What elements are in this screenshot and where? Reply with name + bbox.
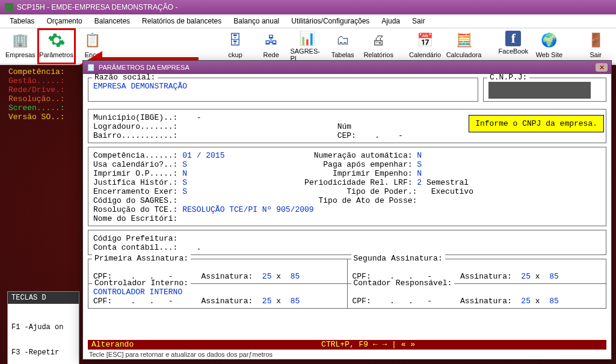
fieldset-controlador: Controlador Interno: CONTROLADOR INTERNO…: [88, 283, 348, 309]
menu-balanco-anual[interactable]: Balanço anual: [227, 16, 285, 26]
tb-empresas[interactable]: 🏢 Empresas: [2, 29, 38, 63]
status-line: Gestão.....:: [8, 76, 84, 85]
calendar-icon: 📅: [416, 31, 435, 50]
row-encerramento[interactable]: Encerramento Exer: S Tipo de Poder.: Exe…: [93, 187, 601, 196]
fieldset-prefeitura: Código Prefeitura: Conta contábil...: .: [88, 230, 606, 255]
tb-facebook[interactable]: f FaceBook: [496, 29, 532, 63]
tb-calendario[interactable]: 📅 Calendário: [407, 29, 443, 63]
status-mode: Alterando: [91, 340, 134, 350]
menu-orcamento[interactable]: Orçamento: [40, 16, 88, 26]
status-line: Screen.....:: [8, 103, 84, 113]
archive-icon: 🗄: [226, 31, 245, 50]
buildings-icon: 🏢: [11, 31, 30, 50]
menu-tabelas[interactable]: Tabelas: [4, 16, 40, 26]
hotkeys-header: TECLAS D: [8, 292, 79, 304]
fieldset-cnpj: C.N.P.J:: [483, 78, 606, 102]
legend-sig4: Contador Responsável:: [351, 279, 455, 288]
hotkeys-panel: TECLAS D F1 -Ajuda on F3 -Repetir F4 -Co…: [7, 291, 79, 364]
dialog-title-icon: 🧾: [87, 64, 95, 72]
row-imprimir-op[interactable]: Imprimir O.P.....: N Imprimir Empenho: N: [93, 169, 601, 178]
tb-sagres[interactable]: 📊 SAGRES-PI: [289, 29, 325, 63]
tb-rede[interactable]: 🖧 Rede: [253, 29, 289, 63]
menu-utilitarios[interactable]: Utilitários/Configurações: [285, 16, 375, 26]
tb-website[interactable]: 🌍 Web Site: [531, 29, 567, 63]
legend-razao: Razão social:: [92, 74, 158, 82]
globe-icon: 🌍: [540, 31, 559, 50]
tb-sair[interactable]: 🚪 Sair: [578, 29, 614, 63]
row-justifica[interactable]: Justifica Histór.: S Periodicidade Rel. …: [93, 178, 601, 187]
legend-sig1: Primeira Assinatura:: [92, 254, 191, 263]
hotkey-line: F3 -Repetir: [11, 348, 75, 357]
status-panel: Competência: Gestão.....: Rede/Drive.: R…: [7, 65, 85, 124]
app-icon: [5, 3, 13, 11]
status-line: Competência:: [8, 67, 84, 76]
menu-ajuda[interactable]: Ajuda: [375, 16, 406, 26]
facebook-icon: f: [505, 31, 521, 46]
row-resolucao[interactable]: Rosolução do TCE.: RESOLUÇÃO TCE/PI Nº 9…: [93, 205, 601, 214]
legend-sig2: Segunda Assinatura:: [351, 254, 445, 263]
tb-relatorios[interactable]: 🖨 Relatórios: [360, 29, 396, 63]
dialog-parametros: 🧾 PARÂMETROS DA EMPRESA ✕ Razão social: …: [82, 60, 612, 360]
exit-icon: 🚪: [586, 31, 605, 50]
menu-sair[interactable]: Sair: [406, 16, 431, 26]
menu-relatorios-balancetes[interactable]: Relatórios de balancetes: [136, 16, 227, 26]
dialog-footer-hint: Tecle [ESC] para retornar e atualizar os…: [88, 350, 606, 359]
tb-backup[interactable]: 🗄 ckup: [217, 29, 253, 63]
calculator-icon: 🧮: [454, 31, 473, 50]
chart-icon: 📊: [297, 31, 316, 46]
tb-tabelas[interactable]: 🗂 Tabelas: [325, 29, 361, 63]
row-sagres[interactable]: Código do SAGRES.: Tipo de Ato de Posse:: [93, 196, 601, 205]
toolbar: 🏢 Empresas Parâmetros 📋 Ence 🗄 ckup 🖧 Re…: [0, 28, 616, 64]
status-line: Versão SO..:: [8, 113, 84, 122]
tb-parametros[interactable]: Parâmetros: [38, 29, 75, 63]
status-line: Rede/Drive.:: [8, 85, 84, 94]
menu-balancetes[interactable]: Balancetes: [88, 16, 136, 26]
tooltip-cnpj: Informe o CNPJ da empresa.: [469, 115, 604, 132]
dialog-body: Razão social: EMPRESA DEMONSTRAÇÃO C.N.P…: [83, 74, 611, 338]
printer-icon: 🖨: [369, 31, 388, 50]
fieldset-config: Competência......: 01 / 2015 Numeração a…: [88, 147, 606, 226]
row-calendario[interactable]: Usa calendário?..: S Paga após empenhar:…: [93, 160, 601, 169]
razao-value[interactable]: EMPRESA DEMONSTRAÇÃO: [93, 82, 473, 91]
folder-icon: 🗂: [333, 31, 353, 50]
legend-cnpj: C.N.P.J:: [487, 74, 529, 82]
fieldset-razao-social: Razão social: EMPRESA DEMONSTRAÇÃO: [88, 78, 478, 102]
tb-calculadora[interactable]: 🧮 Calculadora: [443, 29, 484, 63]
row-competencia[interactable]: Competência......: 01 / 2015 Numeração a…: [93, 151, 601, 160]
fieldset-contador: Contador Responsável: CPF: . . - Assinat…: [347, 283, 607, 309]
legend-sig3: Controlador Interno:: [92, 279, 191, 288]
dialog-status-bar: Alterando CTRL+P, F9 ← → | « »: [88, 340, 606, 350]
menu-bar: Tabelas Orçamento Balancetes Relatórios …: [0, 14, 616, 28]
controlador-value[interactable]: CONTROLADOR INTERNO: [93, 288, 342, 297]
window-titlebar: SCP15H - EMDE-EMPRESA DEMONSTRAÇÃO -: [0, 0, 616, 14]
hotkeys-body: F1 -Ajuda on F3 -Repetir F4 -Confirma F5…: [8, 304, 79, 364]
row-bairro[interactable]: Bairro...........: CEP: . -: [93, 131, 601, 140]
row-conta[interactable]: Conta contábil...: .: [93, 243, 601, 252]
window-title: SCP15H - EMDE-EMPRESA DEMONSTRAÇÃO -: [17, 0, 177, 14]
row-sig4-cpf[interactable]: CPF: . . - Assinatura: 25 x 85: [353, 297, 602, 306]
cnpj-input[interactable]: [488, 82, 591, 99]
network-icon: 🖧: [262, 31, 281, 50]
status-keys: CTRL+P, F9 ← → | « »: [321, 340, 415, 350]
gear-icon: [47, 31, 66, 50]
row-escritorio[interactable]: Nome do Escritóri:: [93, 214, 601, 223]
dialog-titlebar[interactable]: 🧾 PARÂMETROS DA EMPRESA ✕: [83, 61, 611, 74]
clipboard-icon: 📋: [82, 31, 102, 50]
dialog-title-text: PARÂMETROS DA EMPRESA: [99, 64, 189, 71]
hotkey-line: F1 -Ajuda on: [11, 323, 75, 332]
row-prefeitura[interactable]: Código Prefeitura:: [93, 234, 601, 243]
status-line: Resolução..:: [8, 94, 84, 103]
dialog-close-button[interactable]: ✕: [596, 63, 608, 72]
row-sig3-cpf[interactable]: CPF: . . - Assinatura: 25 x 85: [93, 297, 342, 306]
